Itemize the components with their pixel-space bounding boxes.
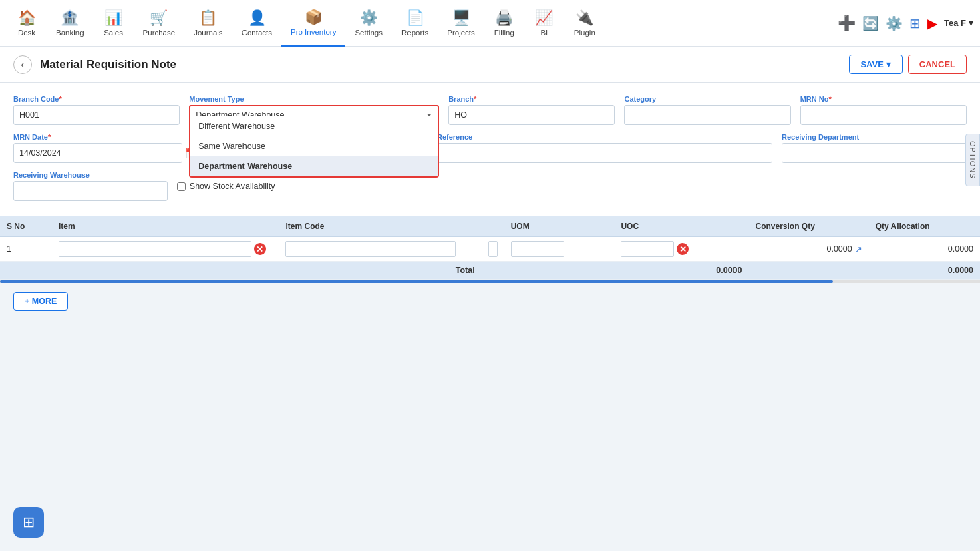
receiving-dept-input[interactable]: [782, 143, 967, 163]
header-actions: SAVE ▾ CANCEL: [849, 55, 967, 74]
ext-link-icon[interactable]: ↗: [855, 244, 862, 254]
banking-icon: 🏦: [61, 9, 79, 27]
cell-sno: 1: [0, 237, 52, 262]
nav-purchase[interactable]: 🛒 Purchase: [134, 0, 185, 47]
nav-bi[interactable]: 📈 BI: [524, 0, 564, 47]
cell-item-code: [279, 237, 481, 262]
pro-inventory-icon: 📦: [305, 9, 323, 26]
conversion-qty-value: 0.0000: [826, 244, 852, 254]
nav-purchase-label: Purchase: [143, 29, 176, 37]
nav-sales-label: Sales: [104, 29, 123, 37]
nav-filling-label: Filling: [494, 29, 514, 37]
filling-icon: 🖨️: [495, 9, 513, 27]
uom-input[interactable]: [511, 241, 564, 257]
mrn-date-label: MRN Date*: [13, 133, 198, 141]
item-code-input[interactable]: [285, 241, 456, 257]
branch-group: Branch*: [448, 95, 615, 125]
category-input[interactable]: [624, 105, 790, 125]
col-uom: UOM: [504, 216, 615, 237]
nav-reports-label: Reports: [401, 29, 428, 37]
cell-qty-allocation: 0.0000: [869, 237, 980, 262]
branch-code-input[interactable]: [13, 105, 180, 125]
col-uoc: UOC: [614, 216, 748, 237]
nav-contacts[interactable]: 👤 Contacts: [232, 0, 281, 47]
user-menu[interactable]: Tea F ▾: [944, 18, 973, 28]
top-navigation: 🏠 Desk 🏦 Banking 📊 Sales 🛒 Purchase 📋 Jo…: [0, 0, 980, 47]
user-name: Tea F: [944, 18, 966, 28]
save-chevron-icon: ▾: [886, 59, 891, 69]
total-qty: 0.0000: [614, 262, 748, 280]
nav-settings-label: Settings: [355, 29, 383, 37]
items-table: S No Item Item Code UOM UOC Conversion Q…: [0, 216, 980, 280]
branch-code-group: Branch Code*: [13, 95, 180, 125]
option-department-warehouse[interactable]: Department Warehouse: [190, 156, 438, 176]
branch-input[interactable]: [448, 105, 615, 125]
movement-type-group: Movement Type Department Warehouse ▼ Dif…: [189, 95, 439, 125]
bi-icon: 📈: [535, 9, 553, 27]
receiving-warehouse-label: Receiving Warehouse: [13, 171, 168, 179]
reports-icon: 📄: [406, 9, 424, 27]
nav-settings[interactable]: ⚙️ Settings: [345, 0, 392, 47]
remove-item-button[interactable]: ✕: [254, 243, 266, 255]
show-stock-checkbox[interactable]: [177, 182, 186, 191]
narration-input[interactable]: [402, 143, 772, 163]
nav-plugin[interactable]: 🔌 Plugin: [564, 0, 605, 47]
more-button[interactable]: + MORE: [13, 292, 68, 311]
narration-group: Narration/Reference: [402, 133, 772, 163]
cell-uoc: ✕: [614, 237, 748, 262]
option-different-warehouse[interactable]: Different Warehouse: [190, 116, 438, 136]
nav-projects-label: Projects: [447, 29, 475, 37]
category-label: Category: [624, 95, 790, 103]
total-row: Total 0.0000 0.0000: [0, 262, 980, 280]
remove-uoc-button[interactable]: ✕: [677, 243, 689, 255]
journals-icon: 📋: [199, 9, 217, 27]
gear-icon[interactable]: ⚙️: [886, 15, 903, 31]
col-item: Item: [52, 216, 279, 237]
cell-conversion-qty: 0.0000 ↗: [748, 237, 868, 262]
cell-extra: [482, 237, 504, 262]
sales-icon: 📊: [104, 9, 122, 27]
cell-item: ✕: [52, 237, 279, 262]
nav-sales[interactable]: 📊 Sales: [94, 0, 134, 47]
nav-reports[interactable]: 📄 Reports: [392, 0, 438, 47]
nav-banking[interactable]: 🏦 Banking: [47, 0, 94, 47]
mrn-date-input[interactable]: [13, 143, 182, 163]
youtube-icon[interactable]: ▶: [927, 15, 937, 31]
desk-icon: 🏠: [18, 9, 36, 27]
nav-plugin-label: Plugin: [574, 29, 595, 37]
uoc-input[interactable]: [621, 241, 674, 257]
receiving-warehouse-input[interactable]: [13, 181, 168, 201]
add-button[interactable]: ➕: [838, 15, 856, 32]
nav-pro-inventory-label: Pro Inventory: [291, 28, 336, 36]
col-qty-allocation: Qty Allocation: [869, 216, 980, 237]
nav-pro-inventory[interactable]: 📦 Pro Inventory: [281, 0, 345, 47]
movement-type-label: Movement Type: [189, 95, 439, 103]
back-button[interactable]: ‹: [13, 55, 32, 74]
form-row-2: MRN Date* 📅 Expiry Date 📅 Narration/Refe…: [13, 133, 967, 163]
option-same-warehouse[interactable]: Same Warehouse: [190, 136, 438, 156]
receiving-warehouse-group: Receiving Warehouse: [13, 171, 168, 201]
branch-code-label: Branch Code*: [13, 95, 180, 103]
options-tab[interactable]: OPTIONS: [965, 134, 980, 186]
nav-contacts-label: Contacts: [242, 29, 272, 37]
total-label: Total: [279, 262, 481, 280]
category-group: Category: [624, 95, 790, 125]
extra-input[interactable]: [488, 241, 498, 257]
cancel-button[interactable]: CANCEL: [908, 55, 967, 74]
grid-icon[interactable]: ⊞: [909, 15, 921, 31]
nav-bi-label: BI: [540, 29, 548, 37]
sync-icon[interactable]: 🔄: [862, 15, 879, 31]
form-row-3: Receiving Warehouse Show Stock Availabil…: [13, 171, 967, 201]
mrn-no-label: MRN No*: [800, 95, 967, 103]
mrn-no-group: MRN No*: [800, 95, 967, 125]
save-button[interactable]: SAVE ▾: [849, 55, 902, 74]
nav-desk[interactable]: 🏠 Desk: [7, 0, 47, 47]
item-input[interactable]: [59, 241, 251, 257]
nav-projects[interactable]: 🖥️ Projects: [438, 0, 484, 47]
contacts-icon: 👤: [248, 9, 266, 27]
plugin-icon: 🔌: [575, 9, 593, 27]
form-area: Branch Code* Movement Type Department Wa…: [0, 83, 980, 216]
nav-journals[interactable]: 📋 Journals: [184, 0, 232, 47]
mrn-no-input[interactable]: [800, 105, 967, 125]
nav-filling[interactable]: 🖨️ Filling: [484, 0, 524, 47]
